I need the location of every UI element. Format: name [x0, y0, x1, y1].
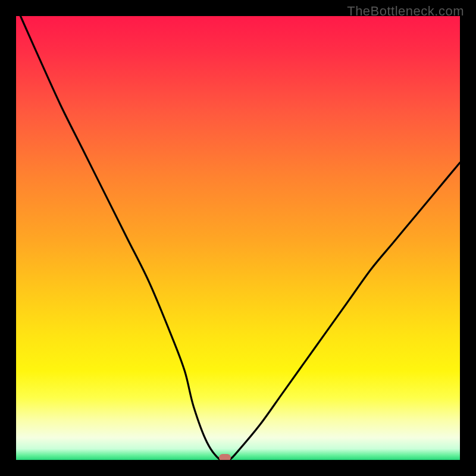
plot-area: [16, 16, 460, 460]
minimum-marker: [219, 454, 231, 460]
watermark-text: TheBottleneck.com: [347, 4, 464, 19]
bottleneck-curve: [16, 16, 460, 460]
chart-frame: TheBottleneck.com: [0, 0, 476, 476]
